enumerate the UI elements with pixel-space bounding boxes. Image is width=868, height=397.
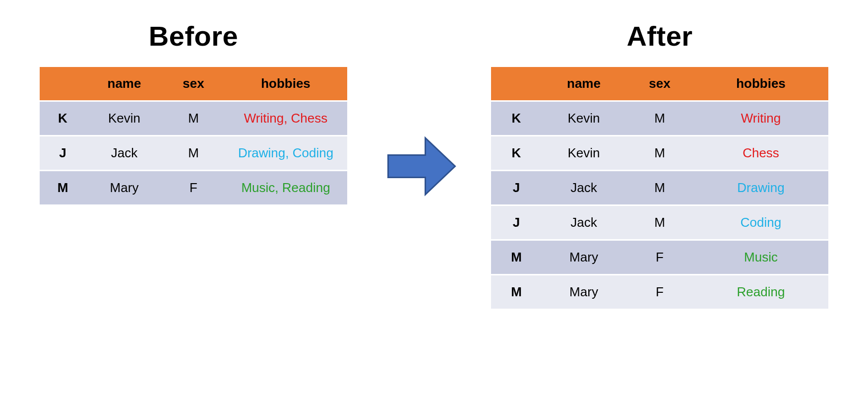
row-name: Jack (86, 136, 163, 171)
before-table: name sex hobbies KKevinMWriting, ChessJJ… (40, 67, 347, 206)
row-sex: M (626, 101, 693, 136)
row-sex: F (626, 240, 693, 275)
row-index: K (491, 136, 542, 171)
after-table-head: name sex hobbies (491, 67, 828, 101)
row-sex: M (626, 136, 693, 171)
table-row: JJackMDrawing (491, 171, 828, 205)
row-index: M (491, 275, 542, 310)
table-row: JJackMDrawing, Coding (40, 136, 347, 171)
col-sex: sex (626, 67, 693, 101)
row-hobbies: Writing (693, 101, 828, 136)
row-sex: M (626, 205, 693, 240)
row-hobbies: Music, Reading (224, 171, 347, 205)
before-table-body: KKevinMWriting, ChessJJackMDrawing, Codi… (40, 101, 347, 205)
table-row: MMaryFMusic (491, 240, 828, 275)
after-title: After (491, 20, 828, 52)
row-sex: M (626, 171, 693, 205)
col-name: name (86, 67, 163, 101)
table-row: KKevinMWriting (491, 101, 828, 136)
row-name: Mary (542, 240, 626, 275)
row-sex: M (163, 136, 224, 171)
row-index: J (40, 136, 86, 171)
row-name: Mary (86, 171, 163, 205)
row-index: K (40, 101, 86, 136)
col-sex: sex (163, 67, 224, 101)
table-row: JJackMCoding (491, 205, 828, 240)
table-row: MMaryFReading (491, 275, 828, 310)
table-row: MMaryFMusic, Reading (40, 171, 347, 205)
row-name: Kevin (86, 101, 163, 136)
before-table-head: name sex hobbies (40, 67, 347, 101)
col-index (491, 67, 542, 101)
row-index: K (491, 101, 542, 136)
col-hobbies: hobbies (693, 67, 828, 101)
row-name: Kevin (542, 136, 626, 171)
table-row: KKevinMWriting, Chess (40, 101, 347, 136)
row-hobbies: Writing, Chess (224, 101, 347, 136)
row-hobbies: Music (693, 240, 828, 275)
row-hobbies: Coding (693, 205, 828, 240)
row-hobbies: Drawing, Coding (224, 136, 347, 171)
row-name: Mary (542, 275, 626, 310)
after-pane: After name sex hobbies KKevinMWritingKKe… (491, 20, 828, 310)
before-pane: Before name sex hobbies KKevinMWriting, … (40, 20, 347, 206)
row-name: Jack (542, 171, 626, 205)
row-index: J (491, 171, 542, 205)
row-sex: M (163, 101, 224, 136)
col-index (40, 67, 86, 101)
row-sex: F (163, 171, 224, 205)
col-hobbies: hobbies (224, 67, 347, 101)
row-index: J (491, 205, 542, 240)
row-hobbies: Chess (693, 136, 828, 171)
after-table-body: KKevinMWritingKKevinMChessJJackMDrawingJ… (491, 101, 828, 310)
row-sex: F (626, 275, 693, 310)
table-row: KKevinMChess (491, 136, 828, 171)
arrow-icon (384, 129, 459, 203)
row-name: Jack (542, 205, 626, 240)
arrow-shape (388, 138, 455, 195)
row-name: Kevin (542, 101, 626, 136)
before-title: Before (40, 20, 347, 52)
after-table: name sex hobbies KKevinMWritingKKevinMCh… (491, 67, 828, 310)
row-index: M (40, 171, 86, 205)
row-hobbies: Drawing (693, 171, 828, 205)
row-hobbies: Reading (693, 275, 828, 310)
col-name: name (542, 67, 626, 101)
row-index: M (491, 240, 542, 275)
